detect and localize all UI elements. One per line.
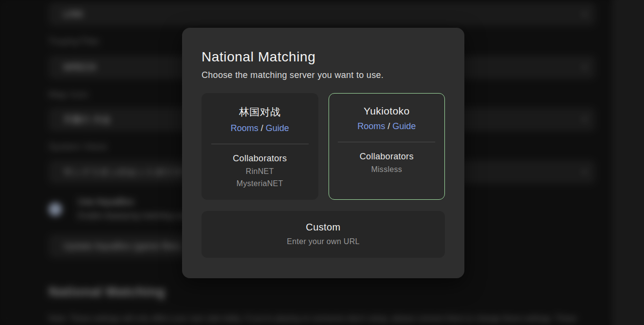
chevron-down-icon: ▾	[583, 108, 587, 131]
national-matching-modal: National Matching Choose the matching se…	[182, 28, 464, 278]
modal-title: National Matching	[202, 49, 445, 65]
trophy-title-label: Trophy/Title	[49, 36, 99, 47]
server-card-yukiotoko[interactable]: Yukiotoko Rooms / Guide Collaborators Mi…	[329, 93, 445, 200]
collaborator-name: MysteriaNET	[202, 179, 318, 188]
setting-input-1: LINK ▾	[49, 2, 595, 26]
rooms-link[interactable]: Rooms	[231, 123, 258, 133]
guide-link[interactable]: Guide	[392, 121, 416, 131]
custom-card-subtitle: Enter your own URL	[202, 237, 445, 246]
links-separator: /	[261, 123, 263, 133]
system-voice-value: サンドリオンのセットボイスです	[63, 167, 201, 177]
guide-link[interactable]: Guide	[266, 123, 289, 133]
system-voice-label: System Voice	[49, 141, 107, 152]
custom-server-card[interactable]: Custom Enter your own URL	[202, 211, 445, 258]
map-icon-value: 天翼の 大会	[63, 115, 111, 124]
collaborator-name: Missless	[329, 165, 445, 174]
chevron-down-icon: ▾	[583, 56, 587, 79]
map-icon-label: Map Icon	[49, 89, 88, 100]
server-name: Yukiotoko	[329, 105, 445, 117]
collaborator-name: RinNET	[202, 167, 318, 176]
server-name: 林国对战	[202, 105, 318, 119]
setting-input-1-value: LINK	[63, 9, 84, 19]
links-separator: /	[387, 121, 390, 131]
collaborators-label: Collaborators	[202, 153, 318, 164]
use-aquabox-checkbox	[49, 203, 62, 216]
card-divider	[211, 144, 309, 144]
page-right-gutter	[612, 0, 644, 325]
screen: LINK ▾ Trophy/Title WRECK ▾ Map Icon 天翼の…	[0, 0, 644, 325]
use-aquabox-label: Use AquaBox	[78, 196, 134, 207]
card-divider	[338, 142, 435, 142]
server-options-row: 林国对战 Rooms / Guide Collaborators RinNET …	[202, 93, 445, 200]
collaborators-label: Collaborators	[329, 152, 445, 162]
custom-card-title: Custom	[202, 222, 445, 233]
server-card-linguo[interactable]: 林国对战 Rooms / Guide Collaborators RinNET …	[202, 93, 318, 200]
settings-note: Note: These settings will only affect yo…	[49, 314, 594, 323]
national-matching-section-heading: National Matching	[49, 285, 165, 300]
server-links: Rooms / Guide	[329, 121, 445, 132]
server-links: Rooms / Guide	[202, 123, 318, 134]
trophy-title-value: WRECK	[63, 62, 97, 72]
modal-subtitle: Choose the matching server you want to u…	[202, 70, 445, 80]
chevron-down-icon: ▾	[583, 2, 587, 26]
chevron-down-icon: ▾	[583, 160, 587, 184]
rooms-link[interactable]: Rooms	[357, 121, 385, 131]
